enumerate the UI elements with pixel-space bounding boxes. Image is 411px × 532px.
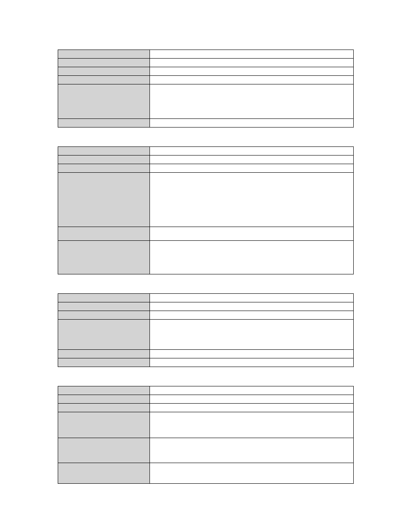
table-row	[58, 438, 353, 463]
value-cell	[150, 147, 353, 155]
table-row	[58, 50, 353, 59]
table-3	[58, 293, 354, 367]
label-cell	[58, 147, 150, 155]
table-row	[58, 227, 353, 241]
label-cell	[58, 241, 150, 274]
value-cell	[150, 386, 353, 395]
label-cell	[58, 50, 150, 58]
label-cell	[58, 173, 150, 227]
table-row	[58, 320, 353, 350]
value-cell	[150, 50, 353, 58]
value-cell	[150, 164, 353, 172]
label-cell	[58, 76, 150, 84]
label-cell	[58, 227, 150, 240]
value-cell	[150, 76, 353, 84]
value-cell	[150, 241, 353, 274]
table-row	[58, 164, 353, 173]
table-row	[58, 311, 353, 320]
label-cell	[58, 358, 150, 367]
label-cell	[58, 119, 150, 127]
table-4	[58, 386, 354, 484]
value-cell	[150, 320, 353, 349]
value-cell	[150, 227, 353, 240]
table-row	[58, 67, 353, 76]
value-cell	[150, 156, 353, 164]
label-cell	[58, 59, 150, 67]
value-cell	[150, 302, 353, 311]
table-row	[58, 294, 353, 302]
label-cell	[58, 412, 150, 438]
table-2	[58, 146, 354, 274]
value-cell	[150, 173, 353, 227]
label-cell	[58, 386, 150, 395]
table-row	[58, 241, 353, 274]
label-cell	[58, 84, 150, 118]
table-row	[58, 156, 353, 164]
table-row	[58, 350, 353, 358]
document-page	[0, 0, 411, 532]
value-cell	[150, 412, 353, 438]
label-cell	[58, 404, 150, 412]
value-cell	[150, 119, 353, 127]
label-cell	[58, 320, 150, 349]
label-cell	[58, 463, 150, 483]
label-cell	[58, 67, 150, 75]
table-row	[58, 119, 353, 128]
label-cell	[58, 395, 150, 403]
value-cell	[150, 84, 353, 118]
value-cell	[150, 358, 353, 367]
table-row	[58, 463, 353, 484]
label-cell	[58, 164, 150, 172]
value-cell	[150, 294, 353, 302]
label-cell	[58, 294, 150, 302]
table-row	[58, 386, 353, 395]
table-row	[58, 76, 353, 84]
label-cell	[58, 156, 150, 164]
table-row	[58, 84, 353, 119]
value-cell	[150, 395, 353, 403]
table-row	[58, 147, 353, 156]
table-row	[58, 173, 353, 227]
label-cell	[58, 350, 150, 358]
label-cell	[58, 311, 150, 319]
table-row	[58, 59, 353, 67]
value-cell	[150, 59, 353, 67]
table-row	[58, 412, 353, 438]
value-cell	[150, 438, 353, 463]
table-row	[58, 395, 353, 404]
table-row	[58, 358, 353, 367]
table-1	[58, 50, 354, 128]
value-cell	[150, 404, 353, 412]
value-cell	[150, 67, 353, 75]
value-cell	[150, 350, 353, 358]
table-row	[58, 404, 353, 412]
label-cell	[58, 438, 150, 463]
value-cell	[150, 311, 353, 319]
value-cell	[150, 463, 353, 483]
table-row	[58, 302, 353, 311]
label-cell	[58, 302, 150, 311]
